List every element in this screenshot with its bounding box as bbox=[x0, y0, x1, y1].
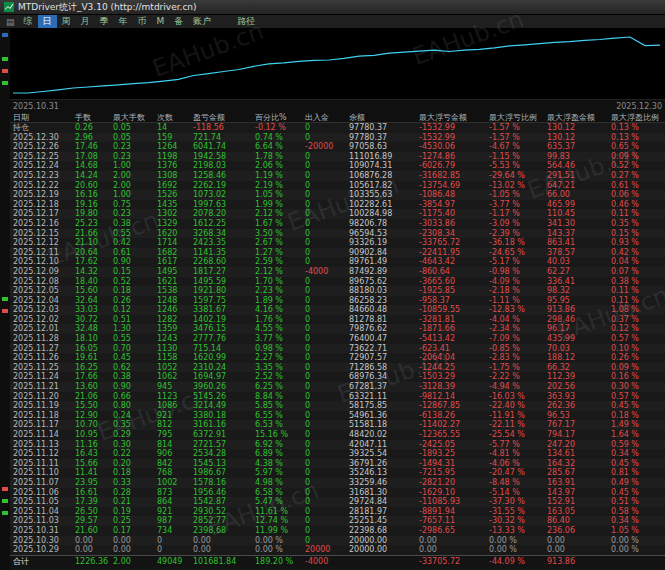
cell-手数: 16.61 bbox=[72, 488, 110, 498]
table-row: 2025.12.1120.640.6116821141.351.27 %0909… bbox=[10, 248, 665, 258]
cell-手数: 10.95 bbox=[72, 430, 110, 440]
cell-最大浮亏金额: -7215.95 bbox=[416, 468, 486, 478]
cell-最大浮亏金额: -33765.72 bbox=[416, 238, 486, 248]
cell-日期: 2025.11.07 bbox=[10, 478, 72, 488]
table-row: 2025.12.2414.681.0013762198.032.06 %0109… bbox=[10, 161, 665, 171]
cell-余额: 105617.82 bbox=[346, 181, 416, 191]
menu-item-日[interactable]: 日 bbox=[38, 15, 57, 28]
table-row: 2025.11.2619.610.4511581620.992.27 %0729… bbox=[10, 353, 665, 363]
cell-日期: 2025.12.25 bbox=[10, 152, 72, 162]
cell-日期: 2025.12.30 bbox=[10, 133, 72, 143]
cell-出入金: 0 bbox=[302, 219, 346, 229]
cell-最大浮盈金额: 767.17 bbox=[544, 420, 608, 430]
cell-最大浮盈金额: 70.03 bbox=[544, 344, 608, 354]
title-bar[interactable]: MTDriver统计_V3.10 (http://mtdriver.cn) bbox=[0, 0, 665, 15]
cell-次数: 814 bbox=[154, 440, 190, 450]
cell-余额: 22398.68 bbox=[346, 526, 416, 536]
cell-最大浮盈比例: 0.09 % bbox=[608, 152, 664, 162]
cell-最大手数: 0.23 bbox=[110, 209, 154, 219]
cell-最大浮盈金额: 0.00 bbox=[544, 545, 608, 555]
cell-出入金: 0 bbox=[302, 181, 346, 191]
menu-item-年[interactable]: 年 bbox=[114, 15, 133, 28]
cell-次数: 1086 bbox=[154, 401, 190, 411]
table-total-row: 合计1226.362.0049049101681.84189.20 %-4000… bbox=[10, 555, 665, 567]
cell-百分比%: 2.06 % bbox=[252, 161, 302, 171]
menu-item-M[interactable]: M bbox=[152, 15, 170, 28]
cell-百分比%: 11.61 % bbox=[252, 507, 302, 517]
menu-item-周[interactable]: 周 bbox=[57, 15, 76, 28]
cell-出入金: 0 bbox=[302, 324, 346, 334]
cell-出入金: 0 bbox=[302, 133, 346, 143]
table-row: 2025.10.300.000.0000.000.00 %020000.000.… bbox=[10, 536, 665, 546]
cell-日期: 2025.12.02 bbox=[10, 315, 72, 325]
cell-百分比%: 4.55 % bbox=[252, 324, 302, 334]
cell-百分比%: 5.85 % bbox=[252, 401, 302, 411]
cell-次数: 1158 bbox=[154, 353, 190, 363]
cell-手数: 11.16 bbox=[72, 440, 110, 450]
cell-最大浮盈金额: 66.32 bbox=[544, 363, 608, 373]
table-row: 2025.12.2617.460.2312646041.746.64 %-200… bbox=[10, 142, 665, 152]
menu-item-币[interactable]: 币 bbox=[133, 15, 152, 28]
cell-手数: 2.96 bbox=[72, 133, 110, 143]
cell-日期: 2025.12.19 bbox=[10, 190, 72, 200]
rail-mark bbox=[2, 511, 8, 515]
cell-手数: 19.61 bbox=[72, 353, 110, 363]
cell-最大浮盈比例: 0.37 % bbox=[608, 315, 664, 325]
cell-余额: 102282.61 bbox=[346, 200, 416, 210]
cell-余额: 54961.36 bbox=[346, 411, 416, 421]
cell-余额: 87492.89 bbox=[346, 267, 416, 277]
cell-最大手数: 0.23 bbox=[110, 142, 154, 152]
cell-手数: 29.57 bbox=[72, 516, 110, 526]
cell-手数: 26.50 bbox=[72, 507, 110, 517]
cell-日期: 2025.10.30 bbox=[10, 536, 72, 546]
cell-最大浮盈比例: 0.16 % bbox=[608, 372, 664, 382]
menu-item-综[interactable]: 综 bbox=[19, 15, 38, 28]
cell-次数: 1264 bbox=[154, 142, 190, 152]
cell-最大浮盈金额: 最大浮盈金额 bbox=[544, 112, 608, 122]
cell-日期: 2025.12.24 bbox=[10, 161, 72, 171]
cell-最大浮亏比例: 最大浮亏比例 bbox=[486, 112, 544, 122]
cell-最大浮亏金额: -11085.93 bbox=[416, 497, 486, 507]
cell-出入金: 0 bbox=[302, 161, 346, 171]
cell-最大手数: 0.20 bbox=[110, 459, 154, 469]
cell-最大手数: 0.33 bbox=[110, 478, 154, 488]
menu-item-备[interactable]: 备 bbox=[169, 15, 188, 28]
cell-余额: 96594.53 bbox=[346, 229, 416, 239]
cell-最大手数: 1.00 bbox=[110, 190, 154, 200]
cell-次数: 987 bbox=[154, 516, 190, 526]
cell-最大浮盈金额: 66.00 bbox=[544, 190, 608, 200]
cell-手数: 33.03 bbox=[72, 305, 110, 315]
rail-mark bbox=[2, 57, 8, 61]
cell-最大浮亏比例: -4.09 % bbox=[486, 277, 544, 287]
cell-日期: 2025.12.08 bbox=[10, 277, 72, 287]
chart-end-date: 2025.12.30 bbox=[616, 102, 662, 111]
cell-最大浮亏比例: -13.33 % bbox=[486, 526, 544, 536]
cell-手数: 18.10 bbox=[72, 334, 110, 344]
chart-axis-row: 2025.10.31 2025.12.30 bbox=[10, 100, 665, 112]
cell-手数: 20.60 bbox=[72, 181, 110, 191]
cell-最大浮盈金额: 188.12 bbox=[544, 353, 608, 363]
cell-最大浮盈比例: 0.13 % bbox=[608, 133, 664, 143]
cell-最大手数: 最大手数 bbox=[110, 112, 154, 122]
cell-最大浮盈金额: 86.40 bbox=[544, 516, 608, 526]
menu-item-月[interactable]: 月 bbox=[76, 15, 95, 28]
cell-盈亏金额: 2398.68 bbox=[190, 526, 252, 536]
cell-百分比%: 0.00 % bbox=[252, 545, 302, 555]
table-row: 2025.12.1625.230.3813291612.251.67 %0982… bbox=[10, 219, 665, 229]
menu-item-季[interactable]: 季 bbox=[95, 15, 114, 28]
rail-mark bbox=[2, 33, 8, 37]
menu-item-path[interactable]: 路径 bbox=[232, 15, 260, 28]
cell-出入金: 0 bbox=[302, 459, 346, 469]
cell-次数: 1052 bbox=[154, 363, 190, 373]
cell-百分比%: 189.20 % bbox=[252, 556, 302, 567]
cell-最大浮亏比例: -30.32 % bbox=[486, 516, 544, 526]
menu-bar: ▤ 综日周月季年币M备账户 路径 bbox=[0, 15, 665, 29]
menu-item-账户[interactable]: 账户 bbox=[188, 15, 216, 28]
cell-手数: 21.66 bbox=[72, 229, 110, 239]
cell-出入金: 0 bbox=[302, 152, 346, 162]
cell-最大浮亏比例: -8.48 % bbox=[486, 478, 544, 488]
table-row: 2025.11.2113.600.909453960.266.25 %06728… bbox=[10, 382, 665, 392]
cell-最大浮亏比例: -3.09 % bbox=[486, 219, 544, 229]
cell-余额: 76400.47 bbox=[346, 334, 416, 344]
cell-最大手数: 0.62 bbox=[110, 363, 154, 373]
